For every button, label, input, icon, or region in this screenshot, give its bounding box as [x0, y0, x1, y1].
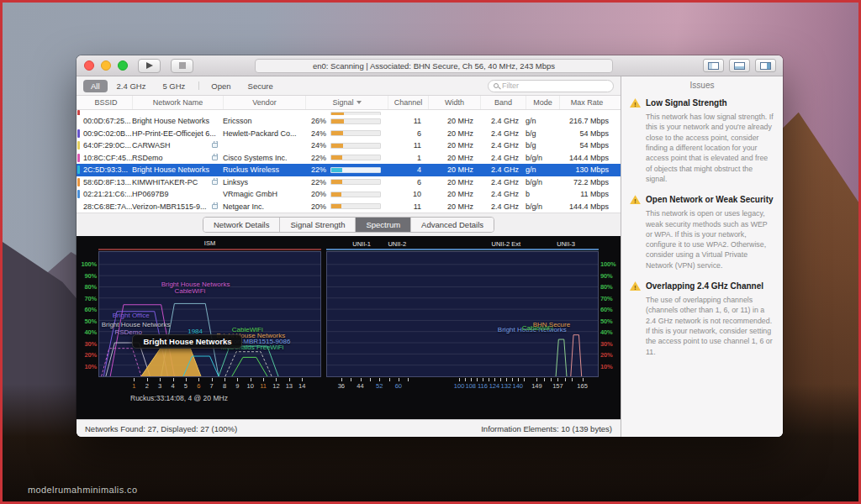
signal-bar-fill	[331, 119, 344, 123]
column-header-label: Network Name	[153, 98, 203, 107]
column-header-vendor[interactable]: Vendor	[223, 96, 305, 109]
band-label-unii-3: UNII-3	[557, 240, 575, 248]
filter-input[interactable]	[502, 81, 608, 90]
tab-advanced-details[interactable]: Advanced Details	[410, 218, 494, 232]
cell-vendor: Hewlett-Packard Co...	[223, 129, 305, 138]
signal-bar-track	[330, 143, 381, 149]
signal-bar-track	[330, 155, 381, 160]
axis-tick	[289, 378, 290, 381]
cell-bssid: 28:C6:8E:7A...	[80, 202, 132, 211]
ism-band-underline	[98, 249, 321, 250]
column-header-bssid[interactable]: BSSID	[80, 96, 132, 109]
issues-list: !Low Signal StrengthThis network has low…	[621, 93, 783, 368]
signal-bar-track	[330, 112, 381, 116]
column-header-network-name[interactable]: Network Name	[132, 96, 223, 109]
watermark-text: modelrumahminimalis.co	[28, 485, 137, 495]
y-axis-tick-label: 30%	[600, 340, 612, 348]
table-row[interactable]: 00:0D:67:25...Bright House NetworksErics…	[77, 115, 621, 128]
wifi-explorer-window: en0: Scanning | Associated: BHN Secure, …	[77, 55, 783, 437]
table-row[interactable]: 00:9C:02:0B...HP-Print-EE-Officejet 6...…	[77, 128, 621, 140]
issues-panel-title: Issues	[621, 76, 783, 93]
unii-axis-labels: 36445260100108116124132140149157165	[326, 382, 599, 391]
lock-icon	[212, 180, 218, 185]
close-button[interactable]	[84, 60, 94, 71]
axis-tick	[583, 378, 584, 381]
column-header-max-rate[interactable]: Max Rate	[559, 96, 614, 109]
title-bar[interactable]: en0: Scanning | Associated: BHN Secure, …	[77, 55, 783, 76]
axis-minor-tick	[465, 378, 466, 381]
toggle-right-panel-button[interactable]	[755, 59, 776, 72]
table-row[interactable]: 10:8C:CF:45...RSDemoCisco Systems Inc.22…	[77, 152, 621, 165]
cell-channel: 11	[388, 202, 428, 211]
column-header-channel[interactable]: Channel	[388, 96, 428, 109]
column-header-band[interactable]: Band	[480, 96, 526, 109]
cell-signal-percent: 22%	[305, 165, 330, 174]
network-shape-bright-house-networks	[102, 349, 141, 376]
zoom-button[interactable]	[118, 60, 128, 71]
cell-channel: 11	[388, 141, 428, 150]
ism-band-column: ISM Bright House NetworksCableWiFiBright…	[98, 239, 321, 391]
table-row[interactable]: 02:21:21:C6:...HP0697B9VRmagic GmbH20%10…	[77, 188, 621, 201]
column-header-mode[interactable]: Mode	[526, 96, 559, 109]
network-name-text: Bright House Networks	[132, 165, 223, 174]
y-axis-tick-label: 10%	[600, 363, 612, 370]
axis-tick	[557, 378, 558, 381]
tab-signal-strength[interactable]: Signal Strength	[279, 218, 355, 232]
cell-width: 20 MHz	[428, 117, 480, 125]
axis-tick	[536, 378, 537, 381]
filter-2-4-ghz-button[interactable]: 2.4 GHz	[109, 80, 154, 92]
channel-label: 2	[145, 382, 149, 390]
axis-tick	[494, 378, 495, 381]
warning-icon: !	[630, 98, 641, 108]
filter-open-button[interactable]: Open	[203, 80, 238, 92]
axis-minor-tick	[572, 378, 573, 381]
channel-label: 36	[338, 382, 345, 390]
table-row[interactable]: 28:C6:8E:7A...Verizon-MBR1515-9...Netgea…	[77, 201, 621, 213]
filter-secure-button[interactable]: Secure	[240, 80, 281, 92]
cell-band: 2.4 GHz	[480, 117, 526, 125]
scan-start-button[interactable]	[138, 59, 161, 73]
cell-max-rate: 144.4 Mbps	[559, 202, 614, 211]
network-color-strip	[77, 110, 80, 115]
cell-signal-percent: 20%	[305, 202, 330, 211]
minimize-button[interactable]	[101, 60, 111, 71]
y-axis-tick-label: 70%	[85, 295, 97, 302]
table-row[interactable]: 2C:5D:93:3...Bright House NetworksRuckus…	[77, 164, 621, 176]
table-row[interactable]: 58:6D:8F:13...KIMWHITAKER-PCLinksys22%62…	[77, 176, 621, 189]
issue-description: This network is open or uses legacy, wea…	[646, 208, 774, 270]
signal-bar-fill	[331, 155, 342, 160]
band-label-unii-2: UNII-2	[388, 240, 406, 248]
cell-signal-percent: 22%	[305, 178, 330, 186]
channel-label: 52	[376, 382, 383, 390]
y-axis-tick-label: 90%	[85, 272, 97, 280]
signal-bar-fill	[331, 131, 343, 135]
channel-label: 124	[489, 382, 500, 390]
scan-stop-button[interactable]	[171, 59, 193, 73]
cell-max-rate: 54 Mbps	[559, 141, 614, 150]
y-axis-tick-label: 40%	[600, 328, 612, 336]
tab-spectrum[interactable]: Spectrum	[355, 218, 410, 232]
table-row[interactable]: 64:0F:29:0C...CARWASH24%1120 MHz2.4 GHzb…	[77, 139, 621, 152]
cell-signal-bar	[330, 179, 388, 185]
column-header-width[interactable]: Width	[428, 96, 480, 109]
ism-spectrum-panel: Bright House NetworksCableWiFiBright Off…	[98, 251, 321, 377]
filter-5-ghz-button[interactable]: 5 GHz	[155, 80, 193, 92]
toggle-bottom-panel-button[interactable]	[729, 59, 750, 72]
cell-width: 20 MHz	[428, 202, 480, 211]
channel-label: 165	[577, 382, 588, 390]
network-name-text: Verizon-MBR1515-9...	[132, 202, 209, 211]
column-header-signal[interactable]: Signal	[305, 96, 388, 109]
channel-label: 1	[132, 382, 135, 390]
toggle-left-panel-button[interactable]	[703, 59, 724, 72]
channel-label: 9	[235, 382, 239, 390]
axis-tick	[186, 378, 187, 381]
column-header-label: Max Rate	[571, 98, 604, 107]
y-axis-tick-label: 20%	[85, 351, 97, 359]
filter-all-button[interactable]: All	[83, 80, 108, 92]
filter-search-field[interactable]	[488, 80, 614, 92]
channel-label: 149	[531, 382, 542, 390]
cell-network-name: Bright House Networks	[132, 165, 223, 174]
cell-bssid: 64:0F:29:0C...	[80, 141, 132, 150]
cell-bssid: 10:8C:CF:45...	[80, 154, 132, 162]
tab-network-details[interactable]: Network Details	[203, 218, 280, 232]
